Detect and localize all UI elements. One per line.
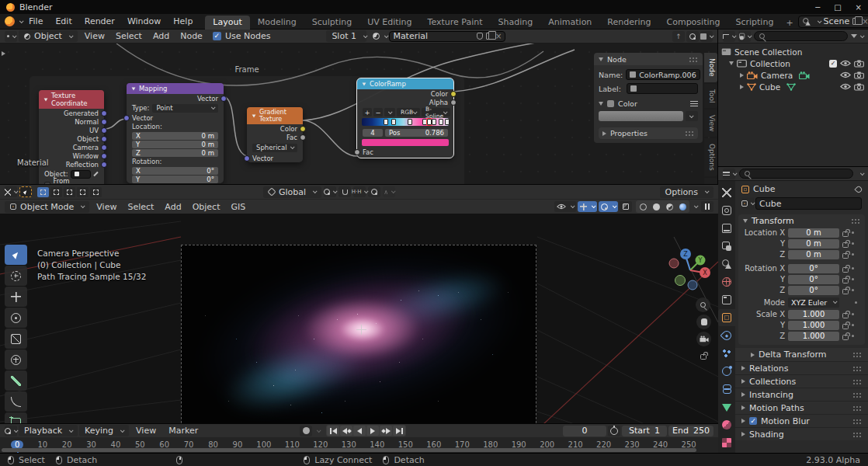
viewport-menu-item[interactable]: Add	[159, 201, 186, 213]
topbar-menu-item[interactable]: Help	[167, 15, 199, 28]
viewport-menu-item[interactable]: Select	[122, 201, 159, 213]
animate-dot[interactable]	[852, 289, 854, 291]
shader-menu-item[interactable]: Node	[175, 30, 208, 42]
lock-icon[interactable]	[842, 278, 849, 283]
output-socket[interactable]	[101, 119, 107, 125]
panel-grip[interactable]	[852, 405, 862, 411]
shading-dropdown[interactable]	[694, 203, 699, 208]
ramp-stop-handle[interactable]	[384, 119, 388, 125]
timeline-marker-menu[interactable]: Marker	[163, 425, 203, 436]
workspace-tab[interactable]: Texture Paint	[420, 16, 491, 30]
shader-menu-item[interactable]: Add	[148, 30, 175, 42]
sidebar-tab[interactable]: View	[704, 110, 717, 137]
location-value-row[interactable]: Y0 m	[127, 140, 224, 148]
topbar-menu-item[interactable]: Window	[121, 15, 167, 28]
collapsed-panel[interactable]: ✓ Relations	[735, 361, 868, 374]
proportional-editing-icon[interactable]	[368, 186, 380, 197]
animate-dot[interactable]	[852, 242, 854, 245]
keying-set-dropdown[interactable]	[317, 428, 321, 433]
add-workspace-button[interactable]: +	[781, 16, 797, 30]
remove-stop-button[interactable]: −	[373, 108, 383, 116]
scene-selector[interactable]: Scene ×	[798, 16, 868, 28]
panel-grip[interactable]	[852, 432, 862, 437]
panel-checkbox[interactable]: ✓	[749, 417, 757, 425]
shading-mode-button[interactable]	[676, 201, 689, 212]
properties-tab[interactable]	[718, 416, 735, 433]
rotation-mode-dropdown[interactable]: XYZ Euler	[788, 297, 839, 308]
toolbar-tool-button[interactable]	[5, 391, 27, 412]
parent-node-tree-icon[interactable]: ↑	[672, 31, 685, 42]
object-selector-dropdown[interactable]	[741, 197, 754, 210]
object-name-field[interactable]: Cube	[755, 197, 862, 210]
use-preview-range-button[interactable]	[608, 426, 620, 436]
editor-type-icon[interactable]	[5, 31, 17, 42]
disable-render-camera-icon[interactable]	[854, 71, 864, 79]
location-value-row[interactable]: Z0 m	[127, 148, 224, 157]
toolbar-tool-button[interactable]	[5, 308, 27, 328]
panel-grip[interactable]	[851, 218, 860, 224]
panel-grip[interactable]	[852, 366, 862, 371]
mesh-data-badge-icon[interactable]	[786, 83, 796, 91]
output-socket[interactable]	[450, 91, 457, 97]
camera-view-button[interactable]	[696, 332, 711, 346]
ramp-stop-handle[interactable]	[439, 119, 443, 125]
panel-grip[interactable]	[685, 130, 694, 136]
fake-user-shield-icon[interactable]	[477, 33, 483, 40]
tool-settings-icon[interactable]	[5, 186, 17, 197]
blender-menu-icon[interactable]	[5, 16, 15, 26]
topbar-menu-item[interactable]: Render	[78, 15, 121, 28]
animate-dot[interactable]	[852, 253, 854, 256]
outliner-row-camera[interactable]: Camera	[721, 69, 868, 81]
outliner-row-collection[interactable]: Collection ✓	[721, 57, 868, 69]
ramp-specials-dropdown[interactable]	[384, 108, 395, 116]
navigation-gizmo[interactable]: Z Y X	[666, 246, 714, 294]
animate-dot[interactable]	[852, 278, 854, 280]
outliner-row-cube[interactable]: Cube	[721, 81, 868, 92]
interpolation-dropdown[interactable]: B-Spline	[422, 108, 450, 116]
animate-dot[interactable]	[852, 335, 854, 337]
timeline-scrollbar[interactable]	[2, 448, 696, 452]
output-socket[interactable]	[300, 126, 306, 132]
disable-render-camera-icon[interactable]	[854, 60, 864, 68]
workspace-tab[interactable]: Scripting	[727, 16, 781, 30]
value-slider[interactable]: Y0°	[132, 176, 218, 183]
viewport-canvas[interactable]: Camera Perspective (0) Collection | Cube…	[0, 214, 718, 423]
keying-dropdown[interactable]: Keying	[79, 425, 129, 436]
active-tool-icon[interactable]	[19, 186, 32, 197]
properties-editor-icon[interactable]	[723, 169, 735, 179]
options-dropdown[interactable]: Options	[660, 186, 713, 198]
camera-frame[interactable]	[181, 245, 536, 423]
camera-data-badge-icon[interactable]	[799, 71, 810, 79]
toolbar-toggle-arrow[interactable]	[2, 51, 5, 56]
properties-tab[interactable]	[718, 363, 735, 380]
workspace-tab[interactable]: Shading	[491, 16, 541, 30]
slot-dropdown[interactable]: Slot 1	[326, 30, 366, 42]
pin-icon[interactable]	[854, 185, 863, 193]
transform-value-field[interactable]: 0 m	[788, 228, 839, 238]
node-mapping[interactable]: Mapping Vector Type: Point Vector Locati…	[127, 83, 224, 183]
properties-tab[interactable]	[718, 202, 735, 219]
node-header[interactable]: Mapping	[127, 83, 224, 94]
transform-panel-header[interactable]: Transform	[738, 214, 865, 228]
render-pause-button[interactable]	[701, 201, 713, 212]
toolbar-tool-button[interactable]	[5, 329, 27, 349]
lock-icon[interactable]	[842, 231, 849, 237]
sidebar-tab[interactable]: Options	[704, 138, 717, 176]
hide-eye-icon[interactable]	[840, 71, 851, 78]
properties-tab[interactable]	[718, 256, 735, 273]
lock-icon[interactable]	[842, 289, 849, 294]
color-value-bar[interactable]	[599, 111, 683, 121]
shader-menu-item[interactable]: View	[79, 30, 110, 42]
xray-toggle[interactable]	[620, 201, 632, 212]
list-icon[interactable]	[690, 101, 698, 107]
topbar-menu-item[interactable]: Edit	[49, 15, 78, 28]
toolbar-tool-button[interactable]	[5, 350, 27, 370]
properties-tab[interactable]	[718, 273, 735, 290]
rotation-value-row[interactable]: X0°	[127, 166, 224, 175]
transform-value-field[interactable]: 1.000	[788, 321, 839, 330]
current-frame-field[interactable]: 0	[563, 426, 606, 436]
lock-icon[interactable]	[842, 313, 849, 318]
frame-end-field[interactable]: End 250	[668, 426, 713, 436]
shader-menu-item[interactable]: Select	[110, 30, 148, 42]
display-mode-dropdown[interactable]	[723, 31, 735, 42]
